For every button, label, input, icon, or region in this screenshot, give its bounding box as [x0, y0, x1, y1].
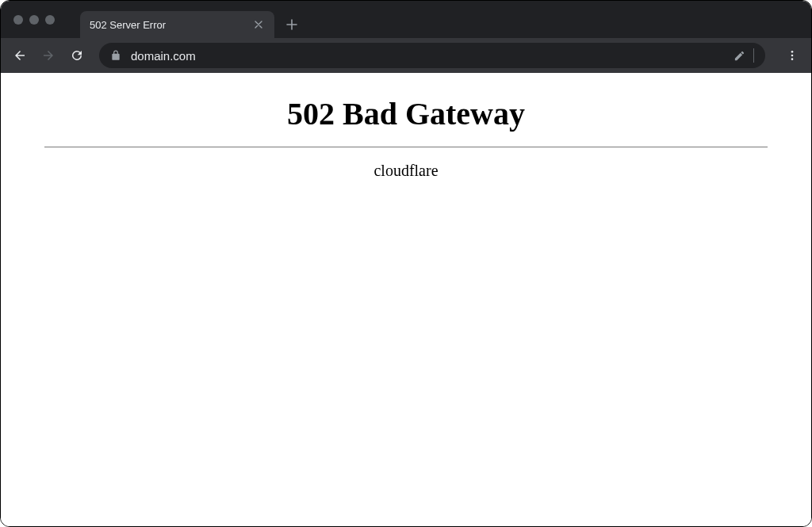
window-minimize-button[interactable] — [29, 15, 39, 25]
reload-button[interactable] — [64, 43, 90, 68]
window-maximize-button[interactable] — [45, 15, 55, 25]
close-icon[interactable] — [252, 18, 265, 31]
window-controls — [1, 15, 55, 25]
window-close-button[interactable] — [13, 15, 23, 25]
divider — [753, 48, 754, 63]
edit-icon[interactable] — [733, 50, 745, 62]
browser-tab[interactable]: 502 Server Error — [80, 11, 274, 38]
lock-icon — [110, 50, 121, 61]
back-button[interactable] — [7, 43, 33, 68]
browser-tab-strip: 502 Server Error — [1, 1, 811, 38]
address-actions — [733, 48, 754, 63]
browser-toolbar: domain.com — [1, 38, 811, 73]
tab-title: 502 Server Error — [90, 19, 252, 31]
error-subtext: cloudflare — [1, 162, 811, 180]
address-bar[interactable]: domain.com — [99, 43, 765, 68]
divider-line — [44, 147, 768, 147]
forward-button[interactable] — [36, 43, 61, 68]
tabs: 502 Server Error — [80, 1, 303, 38]
svg-point-0 — [791, 51, 794, 53]
error-heading: 502 Bad Gateway — [1, 95, 811, 132]
browser-menu-button[interactable] — [779, 43, 805, 68]
page-content: 502 Bad Gateway cloudflare — [1, 73, 811, 526]
svg-point-2 — [791, 58, 794, 60]
svg-point-1 — [791, 55, 794, 57]
url-text: domain.com — [131, 49, 724, 63]
new-tab-button[interactable] — [281, 13, 303, 36]
